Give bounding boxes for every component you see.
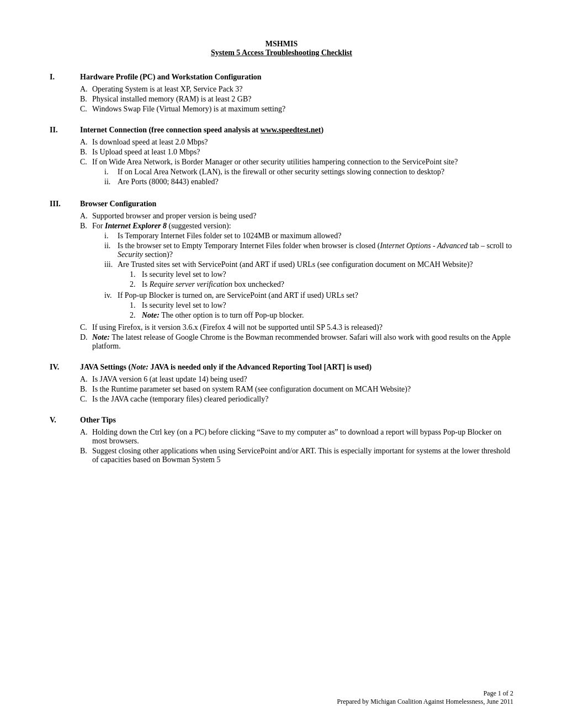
list-item: C.Windows Swap File (Virtual Memory) is … [80,105,513,114]
list-item: iii. Are Trusted sites set with ServiceP… [104,260,513,290]
section-iii-b-iv-subitems: 1.Is security level set to low? 2.Note: … [130,301,358,320]
list-item: i.Is Temporary Internet Files folder set… [104,232,513,240]
section-iv-title: JAVA Settings (Note: JAVA is needed only… [80,363,371,372]
document-footer: Page 1 of 2 Prepared by Michigan Coaliti… [337,689,513,706]
list-item: A.Is JAVA version 6 (at least update 14)… [80,375,513,384]
list-item: A.Supported browser and proper version i… [80,212,513,221]
section-v-heading: V. Other Tips [50,416,513,425]
section-ii-c-subitems: i.If on Local Area Network (LAN), is the… [104,168,458,186]
section-i-heading: I. Hardware Profile (PC) and Workstation… [50,73,513,82]
section-ii-list: A.Is download speed at least 2.0 Mbps? B… [80,138,513,188]
list-item: C.If using Firefox, is it version 3.6.x … [80,323,513,332]
section-v: V. Other Tips A.Holding down the Ctrl ke… [50,416,513,464]
section-iv-list: A.Is JAVA version 6 (at least update 14)… [80,375,513,404]
list-item: 2.Is Require server verification box unc… [130,280,473,289]
section-iii-title: Browser Configuration [80,200,156,208]
section-iv-num: IV. [50,363,80,372]
list-item: B.Suggest closing other applications whe… [80,447,513,464]
document-header: MSHMIS System 5 Access Troubleshooting C… [50,40,513,57]
list-item: 2.Note: The other option is to turn off … [130,311,358,320]
list-item: 1.Is security level set to low? [130,301,358,310]
list-item: ii.Are Ports (8000; 8443) enabled? [104,178,458,186]
section-iii-num: III. [50,200,80,208]
prepared-by: Prepared by Michigan Coalition Against H… [337,698,513,706]
section-iii-b-iii-subitems: 1.Is security level set to low? 2.Is Req… [130,270,473,289]
list-item: iv. If Pop-up Blocker is turned on, are … [104,291,513,321]
list-item: B.Is the Runtime parameter set based on … [80,385,513,394]
section-ii-title: Internet Connection (free connection spe… [80,126,323,135]
section-iii-heading: III. Browser Configuration [50,200,513,208]
section-ii-num: II. [50,126,80,135]
list-item: B.Is Upload speed at least 1.0 Mbps? [80,148,513,157]
list-item: C. If on Wide Area Network, is Border Ma… [80,158,513,188]
list-item: B. For Internet Explorer 8 (suggested ve… [80,222,513,322]
list-item: 1.Is security level set to low? [130,270,473,279]
section-v-num: V. [50,416,80,425]
list-item: B.Physical installed memory (RAM) is at … [80,95,513,104]
list-item: i.If on Local Area Network (LAN), is the… [104,168,458,176]
page-number: Page 1 of 2 [337,689,513,698]
section-v-title: Other Tips [80,416,116,425]
document-title: System 5 Access Troubleshooting Checklis… [50,49,513,57]
speedtest-link[interactable]: www.speedtest.net [261,126,321,134]
section-i-list: A.Operating System is at least XP, Servi… [80,85,513,114]
list-item: C.Is the JAVA cache (temporary files) cl… [80,395,513,404]
list-item: A.Operating System is at least XP, Servi… [80,85,513,94]
section-iii: III. Browser Configuration A.Supported b… [50,200,513,351]
page: MSHMIS System 5 Access Troubleshooting C… [0,0,563,728]
section-iv: IV. JAVA Settings (Note: JAVA is needed … [50,363,513,404]
section-iv-heading: IV. JAVA Settings (Note: JAVA is needed … [50,363,513,372]
section-iii-b-subitems: i.Is Temporary Internet Files folder set… [104,232,513,321]
list-item: A.Is download speed at least 2.0 Mbps? [80,138,513,147]
list-item: ii.Is the browser set to Empty Temporary… [104,242,513,259]
section-iii-list: A.Supported browser and proper version i… [80,212,513,351]
section-ii-heading: II. Internet Connection (free connection… [50,126,513,135]
section-i-num: I. [50,73,80,82]
section-i-title: Hardware Profile (PC) and Workstation Co… [80,73,262,82]
org-name: MSHMIS [50,40,513,49]
list-item: A.Holding down the Ctrl key (on a PC) be… [80,428,513,446]
section-v-list: A.Holding down the Ctrl key (on a PC) be… [80,428,513,464]
list-item: D.Note: The latest release of Google Chr… [80,333,513,351]
section-ii: II. Internet Connection (free connection… [50,126,513,188]
section-i: I. Hardware Profile (PC) and Workstation… [50,73,513,114]
